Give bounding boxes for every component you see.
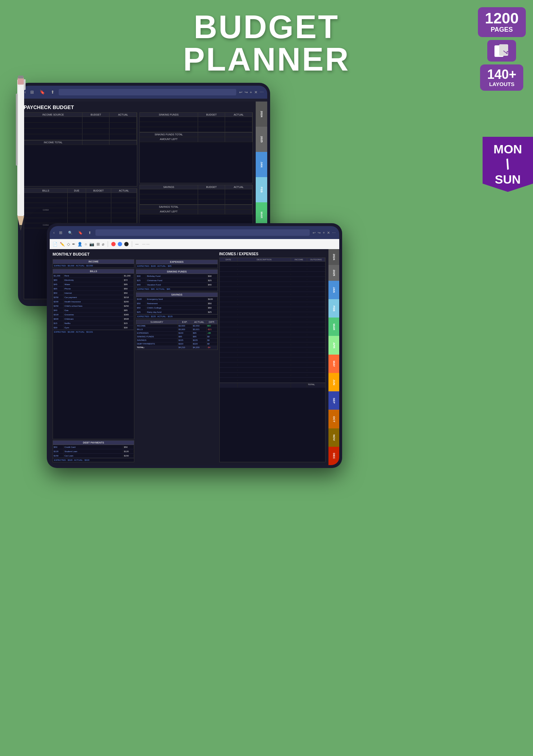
sf-row-xmas: $25 Christmas Fund $25 — [136, 278, 217, 283]
income-expected-label: EXPECTED: — [54, 265, 66, 267]
ie-row-21 — [220, 363, 325, 368]
color-blue[interactable] — [118, 242, 122, 246]
sum-sf-label: SINKING FUNDS — [136, 335, 178, 338]
bill-amount-gas: $40 — [53, 309, 64, 312]
sf-label-bday: Birthday Fund — [146, 275, 207, 278]
bill-row-groceries: $318 Groceries $365 — [53, 312, 134, 317]
bill-label-internet: Internet — [64, 292, 123, 294]
sav-amount-retire: $50 — [136, 302, 146, 305]
toolbar-front: 📄 ✏️ ◇ ✒ 👤 ○ 📷 ⊞ ⌀ — — — — [50, 239, 339, 249]
marker-tool[interactable]: ✒ — [72, 242, 75, 247]
sum-sf-exp: $95 — [178, 335, 192, 338]
bill-actual-rent: $1,200 — [123, 274, 134, 277]
svg-marker-6 — [19, 225, 22, 230]
sav-total-label: SAVINGS TOTAL — [140, 205, 198, 209]
sf-amount-xmas: $25 — [136, 279, 146, 282]
ie-row-13 — [220, 322, 325, 327]
slash-label: / — [504, 156, 512, 172]
bill-amount-elec: $80 — [53, 279, 64, 282]
sum-debt-row: DEBT PAYMENTS $320 $320 $0 — [136, 342, 217, 346]
bills-actual-value: $3,021 — [86, 331, 93, 333]
svg-rect-7 — [16, 94, 18, 166]
crop-tool[interactable]: ⊞ — [97, 242, 100, 247]
sav-actual-header: ACTUAL — [225, 185, 252, 189]
front-tab-jan[interactable]: JAN — [328, 281, 339, 299]
summary-section: SUMMARY EXP. ACTUAL DIFF. INCOME $3,500 … — [136, 320, 218, 350]
summary-label: SUMMARY — [136, 320, 178, 324]
tab-jan[interactable]: JAN — [256, 152, 267, 177]
header: BUDGET PLANNER — [0, 0, 533, 76]
exp-expected-label: EXPECTED: — [137, 265, 149, 267]
lasso-tool[interactable]: ⌀ — [102, 242, 104, 247]
sav-expected-row: EXPECTED: $225 ACTUAL: $225 — [136, 314, 217, 318]
svg-rect-2 — [17, 79, 24, 216]
expenses-header: EXPENSES — [136, 260, 217, 264]
tab-2025[interactable]: 2025 — [256, 127, 267, 152]
ie-title: INCOMES / EXPENSES — [219, 252, 259, 256]
image-tool[interactable]: 📷 — [89, 242, 94, 247]
front-tab-mar[interactable]: MAR — [328, 318, 339, 336]
select-tool[interactable]: 👤 — [77, 242, 82, 247]
tab-feb[interactable]: FEB — [256, 177, 267, 202]
bill-label-gym: Gym — [64, 326, 123, 329]
sav-expected-label: EXPECTED: — [137, 315, 149, 318]
pencil — [11, 58, 31, 246]
front-tab-2024[interactable]: 2024 — [328, 249, 339, 265]
front-tab-dec[interactable]: DEC — [328, 447, 339, 465]
ie-income-header: INCOME — [291, 258, 307, 261]
tab-sidebar-front[interactable]: 2024 2025 JAN FEB MAR APR MAY JUN SEP OC… — [328, 249, 339, 465]
bill-row-health: $200 Health Insurance $200 — [53, 300, 134, 304]
front-tab-2025[interactable]: 2025 — [328, 265, 339, 281]
page-icon: 📄 — [53, 242, 58, 247]
debt-amount-cc: $50 — [53, 446, 64, 449]
bill-amount-water: $45 — [53, 283, 64, 286]
front-tab-sep[interactable]: SEP — [328, 391, 339, 410]
bill-actual-elec: $72 — [123, 279, 134, 282]
bill-actual-groc: $365 — [123, 313, 134, 316]
front-tab-feb[interactable]: FEB — [328, 299, 339, 318]
tab-2024[interactable]: 2024 — [256, 102, 267, 127]
income-source-header: INCOME SOURCE — [24, 113, 82, 117]
ie-table: DATE DESCRIPTION INCOME OUTGOING — [219, 257, 326, 462]
sf-label-xmas: Christmas Fund — [146, 279, 207, 282]
color-red[interactable] — [111, 242, 116, 246]
ie-row-14 — [220, 327, 325, 332]
bill-label-groc: Groceries — [64, 313, 123, 316]
sum-exp-diff: +$5 — [207, 332, 218, 335]
debt-amount-student: $120 — [53, 450, 64, 453]
front-tab-apr[interactable]: APR — [328, 336, 339, 354]
bill-amount-school: $250 — [53, 305, 64, 307]
income-actual-value: $3,550 — [86, 265, 93, 267]
bills-expected-value: $3,000 — [68, 331, 74, 333]
debt-section-header: DEBT PAYMENTS — [53, 441, 134, 445]
debt-amount-carloan: $150 — [53, 454, 64, 457]
color-black[interactable] — [124, 242, 129, 246]
pencil-tool[interactable]: ✏️ — [60, 242, 65, 247]
eraser-tool[interactable]: ◇ — [67, 242, 70, 247]
bill-label-phone: Phone — [64, 287, 123, 290]
line-style[interactable]: — — — [142, 242, 150, 246]
minus-tool[interactable]: — — [135, 242, 139, 246]
sf-actual-label: ACTUAL: — [156, 288, 165, 290]
shape-tool[interactable]: ○ — [85, 242, 87, 246]
front-tab-jun[interactable]: JUN — [328, 373, 339, 391]
sf-actual-header: ACTUAL — [225, 113, 252, 117]
ie-row-5 — [220, 282, 325, 287]
expenses-expected-row: EXPECTED: $100 ACTUAL: $95 — [136, 264, 217, 268]
sum-total-row: TOTAL: $4,210 $4,200 -$4 — [136, 346, 217, 350]
bill-row-car: $250 Car payment $218 — [53, 295, 134, 300]
bill-row-electricity: $80 Electricity $72 — [53, 278, 134, 282]
bill-actual-school: $250 — [123, 305, 134, 307]
front-tab-oct[interactable]: OCT — [328, 410, 339, 428]
front-tab-nov[interactable]: NOV — [328, 428, 339, 447]
sav-row-rainy: $25 Rainy day fund $25 — [136, 310, 217, 314]
sinking-funds-header: SINKING FUNDS — [140, 113, 198, 117]
sf-total-label: SINKING FUNDS TOTAL — [140, 132, 198, 137]
income-total-label: INCOME TOTAL — [24, 140, 82, 145]
debt-section: DEBT PAYMENTS $50 Credit Card $50 $120 S… — [53, 440, 134, 462]
sav-amount-college: $50 — [136, 306, 146, 309]
sum-expenses-row: EXPENSES $100 $95 +$5 — [136, 332, 217, 335]
browser-bar-front: ‹ ⊞ 🔍 🔖 ⬆ ↩↪+✕⋯ — [50, 226, 339, 239]
ie-row-24 — [220, 378, 325, 383]
front-tab-may[interactable]: MAY — [328, 355, 339, 373]
